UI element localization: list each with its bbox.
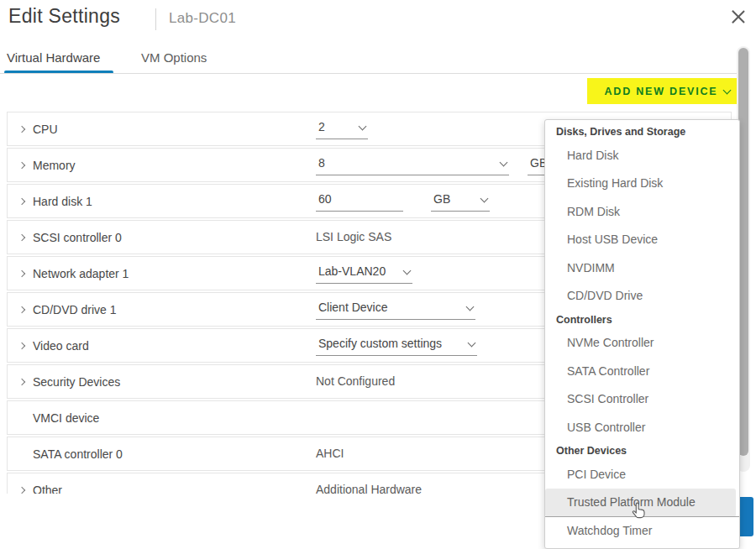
device-label: CD/DVD drive 1 xyxy=(33,303,117,316)
cpu-count-value: 2 xyxy=(318,120,325,133)
expand-chevron-icon[interactable] xyxy=(18,234,25,241)
device-label: VMCI device xyxy=(33,411,99,425)
device-value: AHCI xyxy=(316,445,344,460)
memory-size-value: 8 xyxy=(318,156,325,170)
menu-section-header-disks: Disks, Drives and Storage xyxy=(545,123,739,142)
device-value: Additional Hardware xyxy=(316,481,422,494)
device-value: LSI Logic SAS xyxy=(316,228,391,243)
network-portgroup-select[interactable]: Lab-VLAN20 xyxy=(316,264,412,284)
vm-name: Lab-DC01 xyxy=(169,10,236,27)
menu-item-trusted-platform-module[interactable]: Trusted Platform Module xyxy=(545,489,736,517)
disk-unit-value: GB xyxy=(433,192,450,206)
menu-item-pci-device[interactable]: PCI Device xyxy=(545,461,739,489)
cpu-count-select[interactable]: 2 xyxy=(316,120,368,139)
chevron-down-icon xyxy=(500,159,508,167)
dialog-title: Edit Settings xyxy=(8,5,120,28)
device-label: Hard disk 1 xyxy=(33,195,92,208)
disk-unit-select[interactable]: GB xyxy=(431,192,490,212)
edit-settings-dialog: Edit Settings Lab-DC01 Virtual Hardware … xyxy=(0,0,756,549)
tabs-divider xyxy=(0,73,750,74)
device-value: Not Configured xyxy=(316,373,395,388)
device-label: CPU xyxy=(33,123,58,136)
network-portgroup-value: Lab-VLAN20 xyxy=(318,264,386,278)
close-icon[interactable] xyxy=(729,8,748,26)
menu-item-existing-hard-disk[interactable]: Existing Hard Disk xyxy=(545,170,739,198)
menu-item-scsi-controller[interactable]: SCSI Controller xyxy=(545,385,739,414)
device-label: SCSI controller 0 xyxy=(33,231,122,244)
menu-item-rdm-disk[interactable]: RDM Disk xyxy=(545,198,739,227)
expand-chevron-icon[interactable] xyxy=(18,379,25,385)
add-new-device-label: ADD NEW DEVICE xyxy=(605,86,718,97)
device-label: Network adapter 1 xyxy=(33,267,129,280)
expand-chevron-icon[interactable] xyxy=(18,126,25,133)
disk-size-input[interactable]: 60 xyxy=(316,192,403,212)
expand-chevron-icon[interactable] xyxy=(18,342,25,349)
menu-item-nvdimm[interactable]: NVDIMM xyxy=(545,254,739,283)
tab-virtual-hardware[interactable]: Virtual Hardware xyxy=(7,50,100,65)
device-label: Memory xyxy=(33,159,76,172)
cddvd-mode-value: Client Device xyxy=(318,301,387,314)
menu-section-header-other-devices: Other Devices xyxy=(545,442,739,461)
expand-chevron-icon[interactable] xyxy=(18,270,25,277)
tab-vm-options[interactable]: VM Options xyxy=(141,50,207,65)
menu-item-cd-dvd-drive[interactable]: CD/DVD Drive xyxy=(545,282,739,311)
disk-size-value: 60 xyxy=(318,192,332,206)
device-label: SATA controller 0 xyxy=(33,447,123,461)
chevron-down-icon xyxy=(466,303,475,311)
videocard-mode-select[interactable]: Specify custom settings xyxy=(316,337,477,356)
menu-item-usb-controller[interactable]: USB Controller xyxy=(545,414,739,442)
chevron-down-icon xyxy=(468,339,476,348)
add-device-menu: Disks, Drives and Storage Hard Disk Exis… xyxy=(544,119,740,549)
memory-size-combobox[interactable]: 8 xyxy=(316,156,509,175)
menu-item-host-usb-device[interactable]: Host USB Device xyxy=(545,226,739,254)
expand-chevron-icon[interactable] xyxy=(18,162,25,169)
cddvd-mode-select[interactable]: Client Device xyxy=(316,301,475,320)
device-label: Video card xyxy=(33,339,89,353)
menu-item-sata-controller[interactable]: SATA Controller xyxy=(545,358,739,386)
add-new-device-button[interactable]: ADD NEW DEVICE xyxy=(587,78,748,104)
chevron-down-icon xyxy=(723,86,732,94)
chevron-down-icon xyxy=(480,195,489,203)
device-label: Other xyxy=(33,484,62,494)
title-divider xyxy=(155,8,156,30)
menu-item-watchdog-timer[interactable]: Watchdog Timer xyxy=(545,517,739,546)
expand-chevron-icon[interactable] xyxy=(18,198,25,205)
expand-chevron-icon[interactable] xyxy=(18,487,25,494)
chevron-down-icon xyxy=(359,123,367,131)
menu-item-hard-disk[interactable]: Hard Disk xyxy=(545,142,739,170)
chevron-down-icon xyxy=(403,267,412,275)
menu-item-nvme-controller[interactable]: NVMe Controller xyxy=(545,329,739,358)
device-label: Security Devices xyxy=(33,375,120,389)
menu-section-header-controllers: Controllers xyxy=(545,311,739,330)
expand-chevron-icon[interactable] xyxy=(18,306,25,313)
videocard-mode-value: Specify custom settings xyxy=(318,337,442,350)
